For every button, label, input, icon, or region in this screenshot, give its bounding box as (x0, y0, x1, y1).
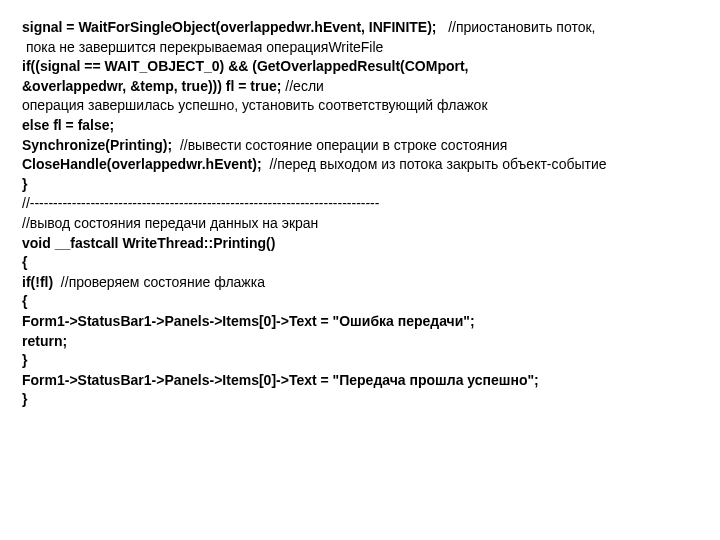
code-text: signal = WaitForSingleObject(overlappedw… (22, 19, 436, 35)
code-line: signal = WaitForSingleObject(overlappedw… (22, 18, 700, 38)
code-text: if(!fl) (22, 274, 53, 290)
code-text: CloseHandle(overlappedwr.hEvent); (22, 156, 262, 172)
code-text: } (22, 352, 27, 368)
code-line: } (22, 351, 700, 371)
code-text: Form1->StatusBar1->Panels->Items[0]->Tex… (22, 313, 475, 329)
comment-text: //проверяем состояние флажка (53, 274, 265, 290)
code-text: Form1->StatusBar1->Panels->Items[0]->Tex… (22, 372, 539, 388)
code-line: } (22, 390, 700, 410)
code-text: return; (22, 333, 67, 349)
comment-text: //--------------------------------------… (22, 195, 379, 211)
code-text: if((signal == WAIT_OBJECT_0) && (GetOver… (22, 58, 469, 74)
comment-text: операция завершилась успешно, установить… (22, 97, 488, 113)
code-text: Synchronize(Printing); (22, 137, 172, 153)
code-line: else fl = false; (22, 116, 700, 136)
code-line: &overlappedwr, &temp, true))) fl = true;… (22, 77, 700, 97)
code-line: пока не завершится перекрываемая операци… (22, 38, 700, 58)
comment-text: //перед выходом из потока закрыть объект… (262, 156, 607, 172)
code-line: } (22, 175, 700, 195)
comment-text: //если (281, 78, 323, 94)
code-line: { (22, 253, 700, 273)
code-line: void __fastcall WriteThread::Printing() (22, 234, 700, 254)
code-text: { (22, 293, 27, 309)
comment-text: пока не завершится перекрываемая операци… (22, 39, 383, 55)
comment-text: //вывести состояние операции в строке со… (172, 137, 507, 153)
code-line: if(!fl) //проверяем состояние флажка (22, 273, 700, 293)
code-line: Synchronize(Printing); //вывести состоян… (22, 136, 700, 156)
code-line: //вывод состояния передачи данных на экр… (22, 214, 700, 234)
code-line: { (22, 292, 700, 312)
code-text: } (22, 176, 27, 192)
code-line: if((signal == WAIT_OBJECT_0) && (GetOver… (22, 57, 700, 77)
code-line: Form1->StatusBar1->Panels->Items[0]->Tex… (22, 371, 700, 391)
comment-text: //вывод состояния передачи данных на экр… (22, 215, 318, 231)
code-line: return; (22, 332, 700, 352)
code-text: { (22, 254, 27, 270)
code-text: void __fastcall WriteThread::Printing() (22, 235, 275, 251)
code-text: } (22, 391, 27, 407)
code-text: &overlappedwr, &temp, true))) fl = true; (22, 78, 281, 94)
code-line: Form1->StatusBar1->Panels->Items[0]->Tex… (22, 312, 700, 332)
code-line: CloseHandle(overlappedwr.hEvent); //пере… (22, 155, 700, 175)
code-line: //--------------------------------------… (22, 194, 700, 214)
code-text: else fl = false; (22, 117, 114, 133)
code-snippet: signal = WaitForSingleObject(overlappedw… (22, 18, 700, 410)
code-line: операция завершилась успешно, установить… (22, 96, 700, 116)
comment-text: //приостановить поток, (436, 19, 595, 35)
